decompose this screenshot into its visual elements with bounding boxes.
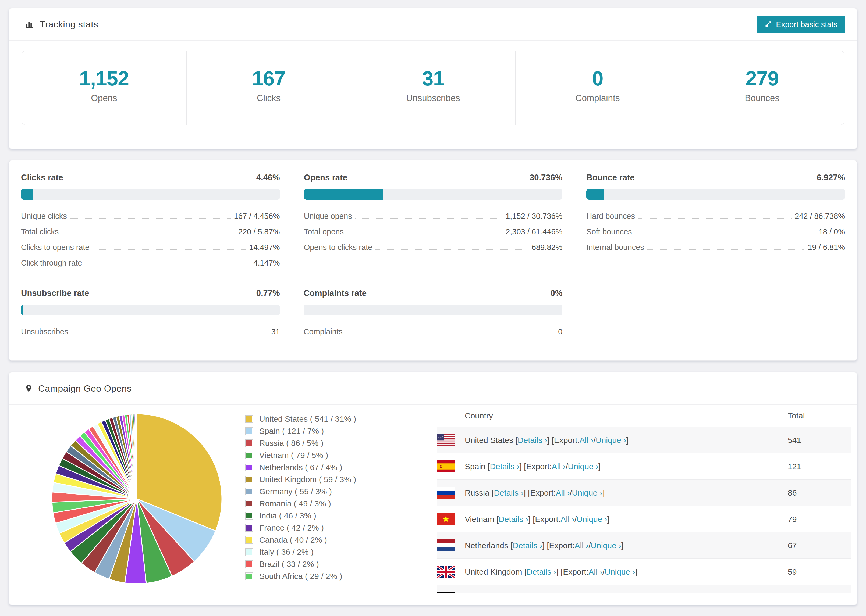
rate-detail-row: Internal bounces19 / 6.81%	[586, 241, 845, 252]
rate-value: 0.77%	[256, 288, 280, 298]
rate-block-opens-rate: Opens rate30.736%Unique opens1,152 / 30.…	[292, 173, 575, 272]
legend-item: Canada ( 40 / 2% )	[245, 535, 437, 545]
map-pin-icon	[25, 383, 33, 394]
legend-label: Spain ( 121 / 7% )	[259, 426, 324, 436]
export-label: ] [Export:	[519, 462, 552, 471]
bracket: ]	[598, 462, 601, 471]
rate-detail-row: Opens to clicks rate689.82%	[304, 241, 563, 252]
details-link[interactable]: Details ›	[494, 488, 523, 498]
details-link[interactable]: Details ›	[527, 567, 556, 577]
legend-label: Brazil ( 33 / 2% )	[259, 559, 319, 569]
rate-detail-value: 31	[271, 327, 280, 336]
total-value: 79	[788, 515, 851, 524]
export-all-link[interactable]: All ›	[552, 462, 565, 471]
rate-progress-fill	[21, 189, 33, 200]
export-all-link[interactable]: All ›	[575, 541, 589, 550]
rates-row-2: Unsubscribe rate0.77%Unsubscribes31Compl…	[9, 288, 857, 341]
legend-swatch	[245, 512, 253, 520]
rate-detail-row: Clicks to opens rate14.497%	[21, 241, 280, 252]
rate-detail-value: 689.82%	[532, 243, 563, 252]
rate-detail-label: Soft bounces	[586, 227, 632, 236]
rate-value: 30.736%	[529, 173, 562, 182]
details-link[interactable]: Details ›	[513, 541, 542, 550]
details-link[interactable]: Details ›	[490, 462, 519, 471]
legend-label: United Kingdom ( 59 / 3% )	[259, 475, 356, 484]
separator: /	[575, 515, 576, 524]
de-flag-icon	[437, 592, 455, 593]
table-row: Spain [Details ›] [Export: All › / Uniqu…	[437, 453, 851, 479]
legend-swatch	[245, 524, 253, 532]
legend-label: Italy ( 36 / 2% )	[259, 547, 313, 556]
stat-cell-unsubscribes: 31Unsubscribes	[351, 51, 515, 125]
rate-detail-label: Click through rate	[21, 259, 82, 267]
legend-label: Netherlands ( 67 / 4% )	[259, 463, 342, 472]
tracking-stats-header: Tracking stats Export basic stats	[9, 8, 857, 41]
export-label: ] [Export:	[523, 488, 556, 498]
dotted-leader	[346, 333, 555, 334]
legend-swatch	[245, 488, 253, 495]
geo-header: Campaign Geo Opens	[9, 372, 857, 405]
details-link[interactable]: Details ›	[518, 436, 547, 445]
rate-detail-value: 167 / 4.456%	[234, 212, 280, 221]
export-all-link[interactable]: All ›	[589, 567, 602, 577]
separator: /	[565, 462, 568, 471]
dotted-leader	[347, 234, 502, 234]
legend-swatch	[245, 548, 253, 556]
legend-item: Brazil ( 33 / 2% )	[245, 559, 437, 569]
nl-flag-icon	[437, 539, 455, 552]
country-name: Netherlands [	[465, 541, 513, 550]
legend-item: Germany ( 55 / 3% )	[245, 487, 437, 496]
rate-detail-value: 4.147%	[254, 259, 280, 267]
rate-detail-value: 19 / 6.81%	[808, 243, 845, 252]
rate-detail-row: Click through rate4.147%	[21, 257, 280, 267]
geo-title: Campaign Geo Opens	[38, 383, 132, 394]
export-basic-stats-button[interactable]: Export basic stats	[757, 16, 845, 33]
rate-title: Clicks rate	[21, 173, 63, 182]
legend-item: South Africa ( 29 / 2% )	[245, 572, 437, 581]
separator: /	[602, 567, 605, 577]
export-unique-link[interactable]: Unique ›	[568, 462, 598, 471]
total-value: 121	[788, 462, 851, 471]
export-all-link[interactable]: All ›	[561, 515, 575, 524]
export-all-link[interactable]: All ›	[556, 488, 570, 498]
rate-detail-value: 1,152 / 30.736%	[505, 212, 562, 221]
stat-cell-opens: 1,152Opens	[22, 51, 186, 125]
table-row: Germany [Details ›] [Export: All › / Uni…	[437, 585, 851, 593]
rate-detail-label: Total opens	[304, 227, 344, 236]
details-link[interactable]: Details ›	[499, 515, 528, 524]
stat-value: 0	[518, 68, 677, 89]
rate-detail-row: Unique clicks167 / 4.456%	[21, 210, 280, 221]
total-value: 86	[788, 488, 851, 498]
export-unique-link[interactable]: Unique ›	[591, 541, 621, 550]
rate-detail-label: Clicks to opens rate	[21, 243, 90, 252]
geo-legend: United States ( 541 / 31% )Spain ( 121 /…	[245, 405, 437, 593]
legend-item: France ( 42 / 2% )	[245, 523, 437, 533]
export-all-link[interactable]: All ›	[579, 436, 594, 445]
stat-value: 279	[683, 68, 842, 89]
dotted-leader	[638, 218, 792, 218]
legend-label: United States ( 541 / 31% )	[259, 415, 356, 424]
geo-content: United States ( 541 / 31% )Spain ( 121 /…	[9, 405, 857, 593]
rate-title: Complaints rate	[304, 288, 367, 298]
dotted-leader	[647, 249, 805, 250]
export-unique-link[interactable]: Unique ›	[605, 567, 635, 577]
separator: /	[570, 488, 572, 498]
table-row: United States [Details ›] [Export: All ›…	[437, 427, 851, 453]
page-title: Tracking stats	[40, 19, 98, 30]
export-unique-link[interactable]: Unique ›	[596, 436, 626, 445]
rate-detail-label: Internal bounces	[586, 243, 644, 252]
stat-cell-complaints: 0Complaints	[515, 51, 680, 125]
export-label: ] [Export:	[528, 515, 561, 524]
legend-swatch	[245, 572, 253, 580]
rate-detail-label: Unsubscribes	[21, 327, 68, 336]
bracket: ]	[621, 541, 624, 550]
rate-detail-value: 14.497%	[249, 243, 280, 252]
export-unique-link[interactable]: Unique ›	[576, 515, 607, 524]
stat-label: Bounces	[683, 93, 842, 103]
legend-label: France ( 42 / 2% )	[259, 523, 324, 533]
export-unique-link[interactable]: Unique ›	[572, 488, 602, 498]
dotted-leader	[355, 218, 502, 218]
stat-value: 1,152	[24, 68, 184, 89]
vn-flag-icon	[437, 513, 455, 525]
stat-cell-bounces: 279Bounces	[680, 51, 844, 125]
